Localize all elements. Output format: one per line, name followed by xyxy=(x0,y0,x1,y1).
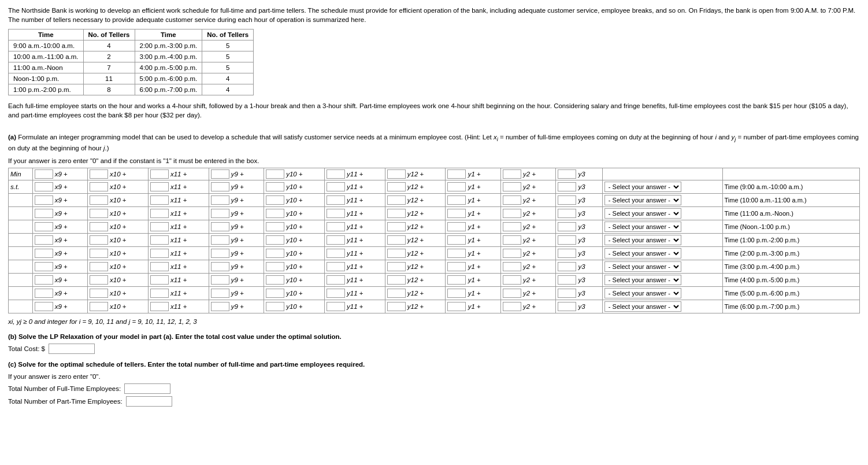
st6-y12-input[interactable] xyxy=(387,249,406,258)
total-cost-input[interactable] xyxy=(49,344,95,354)
st6-y2-input[interactable] xyxy=(503,249,521,258)
st3-y1-input[interactable] xyxy=(447,209,466,218)
st7-y11-input[interactable] xyxy=(327,262,345,271)
obj-y1-input[interactable] xyxy=(447,169,466,179)
obj-x9-input[interactable] xyxy=(35,169,53,179)
full-time-input[interactable] xyxy=(124,383,170,394)
st4-x9-input[interactable] xyxy=(35,222,53,231)
st10-y9-input[interactable] xyxy=(211,302,229,311)
st6-x9-input[interactable] xyxy=(35,249,53,258)
st7-y12-input[interactable] xyxy=(387,262,406,271)
st8-x9-input[interactable] xyxy=(35,275,53,285)
st2-y10-input[interactable] xyxy=(266,195,284,205)
obj-y9-input[interactable] xyxy=(211,169,229,179)
st5-y12-input[interactable] xyxy=(387,235,406,245)
st9-y3-input[interactable] xyxy=(558,289,576,298)
st3-y9-input[interactable] xyxy=(211,209,229,218)
st7-y3-input[interactable] xyxy=(558,262,576,271)
st7-y9-input[interactable] xyxy=(211,262,229,271)
st5-x10-input[interactable] xyxy=(90,235,108,245)
st7-y2-input[interactable] xyxy=(503,262,521,271)
st4-y12-input[interactable] xyxy=(387,222,406,231)
st10-y10-input[interactable] xyxy=(266,302,284,311)
st5-y9-input[interactable] xyxy=(211,235,229,245)
obj-y2-input[interactable] xyxy=(503,169,521,179)
st5-y2-input[interactable] xyxy=(503,235,521,245)
st10-y1-input[interactable] xyxy=(447,302,466,311)
st8-y12-input[interactable] xyxy=(387,275,406,285)
st9-y11-input[interactable] xyxy=(327,289,345,298)
st6-x11-input[interactable] xyxy=(150,249,169,258)
st7-y1-input[interactable] xyxy=(447,262,466,271)
st4-x11-input[interactable] xyxy=(150,222,169,231)
st4-select-dropdown[interactable]: - Select your answer - ≥ ≤ = xyxy=(604,222,681,232)
st3-y3-input[interactable] xyxy=(558,209,576,218)
st8-y3-input[interactable] xyxy=(558,275,576,285)
obj-y10-input[interactable] xyxy=(266,169,284,179)
st10-y11-input[interactable] xyxy=(327,302,345,311)
st5-y11-input[interactable] xyxy=(327,235,345,245)
st6-y3-input[interactable] xyxy=(558,249,576,258)
st4-y9-input[interactable] xyxy=(211,222,229,231)
st5-x9-input[interactable] xyxy=(35,235,53,245)
st5-y1-input[interactable] xyxy=(447,235,466,245)
st3-select-dropdown[interactable]: - Select your answer - ≥ ≤ = xyxy=(604,208,681,219)
st1-y11-input[interactable] xyxy=(327,182,345,191)
st1-y2-input[interactable] xyxy=(503,182,521,191)
st2-x10-input[interactable] xyxy=(90,195,108,205)
st9-x10-input[interactable] xyxy=(90,289,108,298)
st9-y2-input[interactable] xyxy=(503,289,521,298)
st4-x10-input[interactable] xyxy=(90,222,108,231)
obj-x11-input[interactable] xyxy=(150,169,169,179)
st1-y3-input[interactable] xyxy=(558,182,576,191)
obj-y3-input[interactable] xyxy=(558,169,576,179)
st1-x10-input[interactable] xyxy=(90,182,108,191)
st2-y9-input[interactable] xyxy=(211,195,229,205)
st3-x10-input[interactable] xyxy=(90,209,108,218)
st6-y10-input[interactable] xyxy=(266,249,284,258)
st10-x9-input[interactable] xyxy=(35,302,53,311)
st2-y2-input[interactable] xyxy=(503,195,521,205)
st2-x9-input[interactable] xyxy=(35,195,53,205)
st8-y2-input[interactable] xyxy=(503,275,521,285)
st4-y3-input[interactable] xyxy=(558,222,576,231)
st3-y2-input[interactable] xyxy=(503,209,521,218)
obj-y11-input[interactable] xyxy=(327,169,345,179)
st1-select-dropdown[interactable]: - Select your answer - ≥ ≤ = xyxy=(604,182,681,192)
st10-x10-input[interactable] xyxy=(90,302,108,311)
st1-y10-input[interactable] xyxy=(266,182,284,191)
st7-x10-input[interactable] xyxy=(90,262,108,271)
st10-y12-input[interactable] xyxy=(387,302,406,311)
st4-y1-input[interactable] xyxy=(447,222,466,231)
st6-y9-input[interactable] xyxy=(211,249,229,258)
part-time-input[interactable] xyxy=(126,396,172,407)
st9-y10-input[interactable] xyxy=(266,289,284,298)
st1-y9-input[interactable] xyxy=(211,182,229,191)
st3-y10-input[interactable] xyxy=(266,209,284,218)
st7-y10-input[interactable] xyxy=(266,262,284,271)
st10-y3-input[interactable] xyxy=(558,302,576,311)
st8-x10-input[interactable] xyxy=(90,275,108,285)
st8-y10-input[interactable] xyxy=(266,275,284,285)
st9-x11-input[interactable] xyxy=(150,289,169,298)
st10-select-dropdown[interactable]: - Select your answer - ≥ ≤ = xyxy=(604,301,681,312)
st9-x9-input[interactable] xyxy=(35,289,53,298)
st8-select-dropdown[interactable]: - Select your answer - ≥ ≤ = xyxy=(604,275,681,285)
st4-y2-input[interactable] xyxy=(503,222,521,231)
st2-y12-input[interactable] xyxy=(387,195,406,205)
st1-x11-input[interactable] xyxy=(150,182,169,191)
st6-select-dropdown[interactable]: - Select your answer - ≥ ≤ = xyxy=(604,248,681,259)
st7-x9-input[interactable] xyxy=(35,262,53,271)
st8-y1-input[interactable] xyxy=(447,275,466,285)
st1-select[interactable]: - Select your answer - ≥ ≤ = xyxy=(602,180,722,194)
st3-x11-input[interactable] xyxy=(150,209,169,218)
st6-x10-input[interactable] xyxy=(90,249,108,258)
st8-x11-input[interactable] xyxy=(150,275,169,285)
st10-x11-input[interactable] xyxy=(150,302,169,311)
obj-y12-input[interactable] xyxy=(387,169,406,179)
st9-y12-input[interactable] xyxy=(387,289,406,298)
st9-select-dropdown[interactable]: - Select your answer - ≥ ≤ = xyxy=(604,288,681,298)
st5-x11-input[interactable] xyxy=(150,235,169,245)
st8-y9-input[interactable] xyxy=(211,275,229,285)
st2-y1-input[interactable] xyxy=(447,195,466,205)
